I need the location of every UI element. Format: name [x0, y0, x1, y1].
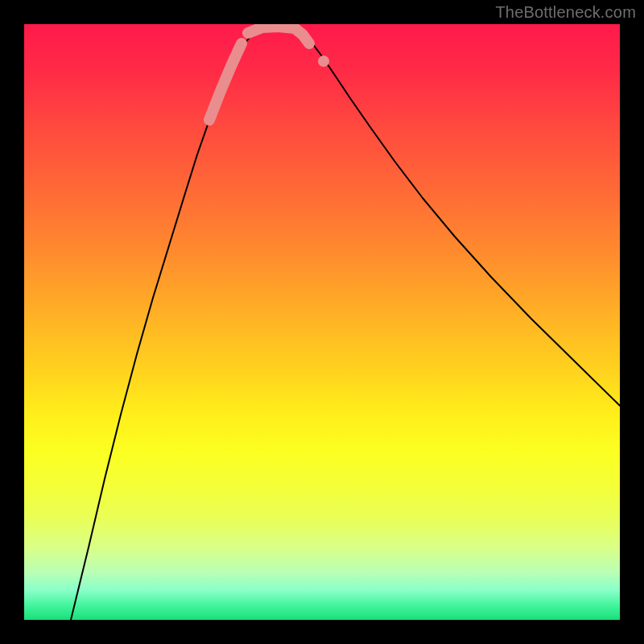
- chart-svg: [24, 24, 620, 620]
- pink-segment-bottom: [248, 27, 295, 33]
- marker-layer: [209, 27, 329, 120]
- series-layer: [71, 26, 620, 620]
- series-right-curve: [298, 27, 620, 406]
- pink-segment-left: [209, 43, 242, 120]
- pink-dot-right-2: [318, 56, 329, 67]
- series-left-curve: [71, 29, 258, 620]
- pink-segment-right-1: [295, 28, 309, 43]
- chart-plot-area: [24, 24, 620, 620]
- watermark-text: TheBottleneck.com: [495, 3, 636, 22]
